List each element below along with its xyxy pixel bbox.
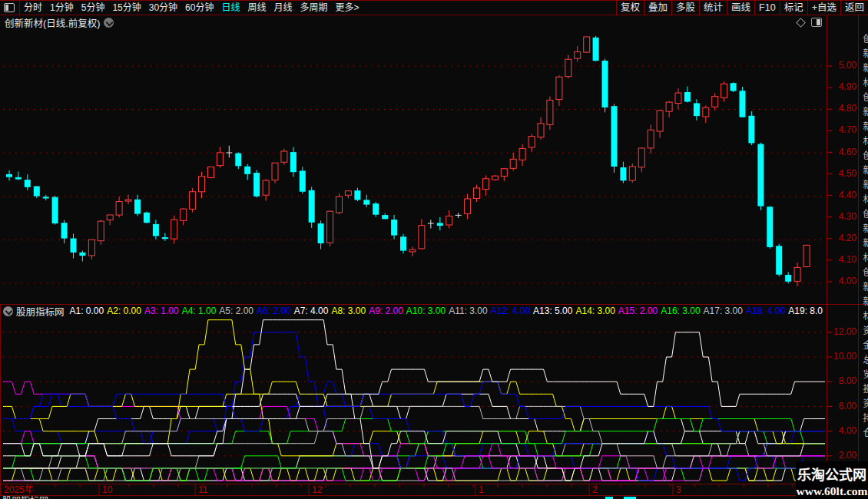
indicator-line-A4 (3, 444, 825, 481)
indicator-output-9: A9: 2.00 (369, 306, 403, 316)
kline-candles (6, 36, 810, 286)
indicator-output-6: A6: 2.00 (257, 306, 291, 316)
x-axis-label-1: 10 (102, 484, 113, 495)
x-axis-label-0: 2025年 (4, 484, 34, 495)
indicator-y-label-1: 10.00 (833, 351, 856, 362)
indicator-y-label-2: 8.00 (839, 375, 857, 386)
main-y-label-8: 4.20 (839, 233, 857, 243)
watermark-site-name: 乐淘公式网 (796, 464, 868, 484)
panel-borders (0, 15, 868, 496)
indicator-line-A2 (3, 468, 825, 481)
main-y-label-3: 4.70 (839, 124, 857, 135)
indicator-outputs: A1: 0.00A2: 0.00A3: 1.00A4: 1.00A5: 2.00… (70, 306, 827, 316)
main-y-axis: 5.004.904.804.704.604.504.404.304.204.10… (827, 60, 856, 286)
x-axis-label-3: 12 (312, 484, 323, 495)
next-panel-clipped-strip: 股朋指标网 (0, 496, 868, 499)
indicator-line-A7 (3, 394, 825, 456)
x-axis-label-4: 1 (479, 484, 484, 495)
indicator-line-A3 (3, 444, 825, 481)
indicator-output-8: A8: 3.00 (331, 306, 366, 316)
x-axis-label-5: 2 (592, 484, 598, 495)
chart-canvas[interactable]: 5.004.904.804.704.604.504.404.304.204.10… (0, 0, 868, 499)
indicator-y-label-4: 4.00 (839, 425, 857, 436)
indicator-line-A5 (3, 444, 825, 481)
main-y-label-2: 4.80 (839, 103, 857, 114)
indicator-output-1: A1: 0.00 (70, 306, 104, 316)
indicator-output-19: A19: 8.0 (788, 306, 823, 316)
indicator-y-label-5: 2.00 (839, 450, 857, 461)
main-y-label-0: 5.00 (839, 60, 857, 71)
main-y-label-7: 4.30 (839, 211, 857, 222)
indicator-output-16: A16: 3.00 (661, 306, 700, 316)
next-panel-clipped-text: 股朋指标网 (2, 496, 48, 499)
main-y-label-4: 4.60 (839, 147, 857, 157)
indicator-output-13: A13: 5.00 (533, 306, 572, 316)
indicator-output-14: A14: 3.00 (575, 306, 615, 316)
main-y-label-9: 4.10 (839, 254, 857, 265)
main-y-label-1: 4.90 (839, 81, 857, 92)
indicator-y-label-3: 6.00 (839, 401, 857, 411)
x-axis-label-2: 11 (198, 484, 208, 495)
main-y-label-10: 4.00 (839, 276, 857, 286)
indicator-output-4: A4: 1.00 (182, 306, 217, 316)
indicator-line-A14 (3, 382, 825, 444)
indicator-name: 股朋指标网 (16, 305, 65, 317)
indicator-output-17: A17: 3.00 (704, 306, 743, 316)
indicator-y-label-0: 12.00 (833, 326, 856, 337)
indicator-lines (3, 320, 825, 481)
main-y-label-6: 4.40 (839, 190, 857, 200)
watermark-url: www.60lt.com (796, 484, 868, 498)
main-y-label-5: 4.50 (839, 168, 857, 179)
indicator-output-12: A12: 4.00 (491, 306, 530, 316)
indicator-output-15: A15: 2.00 (618, 306, 658, 316)
indicator-output-3: A3: 1.00 (144, 306, 179, 316)
watermark: 乐淘公式网 www.60lt.com (796, 461, 868, 499)
indicator-line-A13 (3, 320, 825, 481)
indicator-output-7: A7: 4.00 (294, 306, 329, 316)
indicator-output-2: A2: 0.00 (107, 306, 141, 316)
indicator-output-5: A5: 2.00 (219, 306, 253, 316)
indicator-line-A8 (3, 320, 825, 456)
indicator-collapse-icon[interactable] (3, 306, 13, 316)
indicator-output-10: A10: 3.00 (406, 306, 446, 316)
indicator-output-11: A11: 3.00 (449, 306, 487, 316)
indicator-y-axis: 12.0010.008.006.004.002.00 (3, 326, 856, 461)
indicator-output-18: A18: 4.00 (746, 306, 785, 316)
x-axis-label-6: 3 (676, 484, 681, 495)
right-edge-clipped-text: 创新新材创新新材创新新材创新新材创新新材资金总览投资持仓 (862, 34, 868, 476)
indicator-header: 股朋指标网 A1: 0.00A2: 0.00A3: 1.00A4: 1.00A5… (0, 305, 827, 317)
